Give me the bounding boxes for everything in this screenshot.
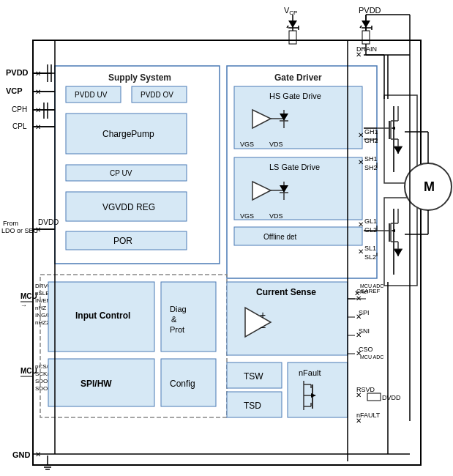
svg-rect-15 [362,31,370,44]
cpl-label: CPL [12,122,27,130]
gl2-label: GL2 [364,226,377,234]
cph-label: CPH [12,105,27,114]
ls-gate-drive-label: LS Gate Drive [269,163,320,171]
cp-uv-label: CP UV [110,169,132,177]
spi-hw-label: SPI/HW [81,379,112,389]
csaref-x2: ✕ [354,289,360,297]
from-ldo-label: From [3,220,18,227]
mcu-adc-ref2-label: Ref [360,289,368,294]
gh1-label: GH1 [364,128,378,135]
ls-vgs-label: VGS [240,212,254,220]
pvdd-ov-label: PVDD OV [141,91,173,99]
plus-sign: + [260,309,266,321]
gate-driver-label: Gate Driver [274,72,322,83]
minus-sign: − [260,321,266,333]
por-label: POR [113,236,132,246]
hs-vgs-label: VGS [240,141,254,148]
gl1-x: ✕ [358,220,364,228]
svg-rect-57 [161,282,216,352]
input-control-label: Input Control [75,310,130,321]
current-sense-label: Current Sense [256,287,316,297]
spi-x: ✕ [356,313,362,321]
gl1-label: GL1 [364,217,377,225]
gnd-x: ✕ [35,450,41,458]
rsvd-x: ✕ [356,391,362,399]
sl1-x: ✕ [358,248,364,256]
mcu-adc-ref-label: MCU ADC [360,283,383,289]
vgvdd-reg-label: VGVDD REG [102,202,155,212]
mcu-adc-label: MCU ADC [360,354,383,360]
diag-prot-label: Diag [170,305,187,313]
gh1-x: ✕ [358,131,364,139]
dvdd-label: DVDD [38,218,59,226]
nhz2-label: nHZ2 [35,319,50,326]
arrow-right: → [20,302,27,309]
drain-x: ✕ [356,51,362,59]
sh1-x: ✕ [358,158,364,166]
sh1-label: SH1 [364,155,378,163]
sh2-label: SH2 [364,164,378,171]
ls-vds-label: VDS [269,212,283,220]
svg-rect-54 [234,227,362,245]
pvdd-uv-label: PVDD UV [75,91,108,99]
block-diagram: PVDD VCP PVDD ✕ VCP ✕ CPH ✕ CPL ✕ From L… [0,0,453,476]
sl1-label: SL1 [364,245,376,252]
config-label: Config [170,379,195,389]
diag-amp-label: & [171,315,177,324]
motor-label: M [424,179,435,194]
diagram-svg: PVDD VCP PVDD ✕ VCP ✕ CPH ✕ CPL ✕ From L… [0,0,453,476]
svg-rect-100 [367,393,381,401]
nfault-x: ✕ [356,417,362,425]
prot-label: Prot [170,325,184,334]
hs-gate-drive-label: HS Gate Drive [269,92,321,100]
svg-rect-14 [289,31,296,44]
offline-det-label: Offline det [263,233,297,241]
from-ldo-label2: LDO or SBC [1,227,39,234]
supply-system-label: Supply System [108,72,171,83]
pvdd-label: PVDD [6,68,29,77]
charge-pump-label: ChargePump [102,129,154,139]
nfault-label: nFault [299,368,321,377]
sl2-label: SL2 [364,253,376,261]
hs-vds-label: VDS [269,141,283,148]
vcp-label: VCP [6,86,23,95]
tsw-label: TSW [244,371,263,382]
tsd-label: TSD [244,401,261,411]
sni-x: ✕ [356,331,362,339]
gnd-label: GND [12,450,31,459]
pvdd-top-label: PVDD [359,6,381,15]
dvdd-right-label: DVDD [382,394,401,401]
gh2-label: GH2 [364,137,378,144]
